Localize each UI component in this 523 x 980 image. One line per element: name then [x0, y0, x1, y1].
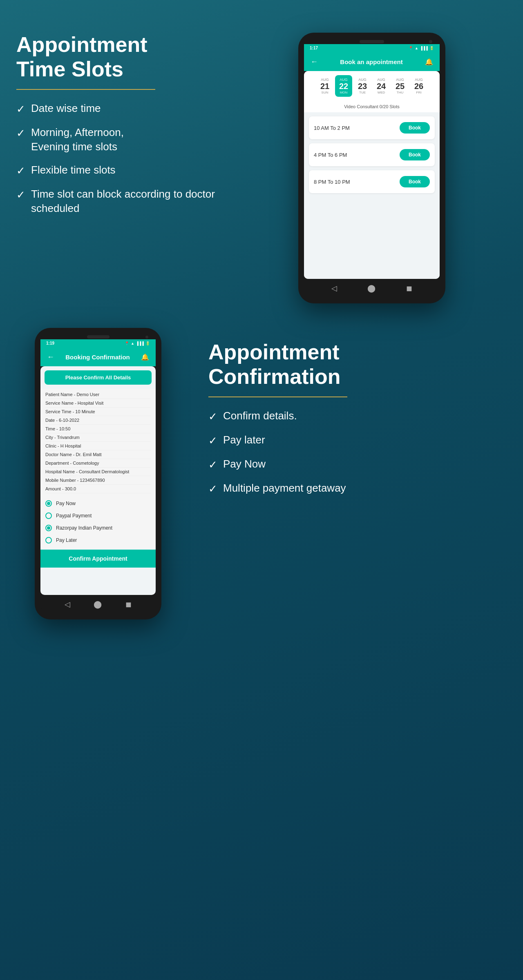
cal-day-thu[interactable]: AUG 25 THU [391, 75, 409, 97]
bottom-feature-item-2: ✓ Pay later [208, 433, 507, 448]
app-header-2: ← Booking Confirmation 🔔 [40, 348, 156, 366]
feature-text-2: Morning, Afternoon,Evening time slots [31, 125, 124, 154]
app-header-1: ← Book an appointment 🔔 [304, 53, 440, 71]
bottom-section: 1:19 📍 ▲ ▐▐▐ 🔋 ← Booking Confirmation 🔔 … [0, 303, 523, 644]
nav-back-icon-2[interactable]: ◁ [65, 600, 70, 609]
signal-icon: ▐▐▐ [420, 46, 428, 50]
detail-patient: Patient Name - Demo User [45, 390, 151, 399]
nav-back-icon[interactable]: ◁ [331, 284, 337, 293]
header-title-1: Book an appointment [318, 58, 425, 65]
nav-recent-icon[interactable]: ◼ [406, 284, 412, 293]
detail-doctor: Doctor Name - Dr. Emil Matt [45, 450, 151, 459]
radio-pay-later[interactable] [45, 537, 52, 543]
time-slots-list: 10 AM To 2 PM Book 4 PM To 6 PM Book 8 P… [304, 112, 440, 197]
screen-empty-space [304, 197, 440, 279]
radio-pay-now[interactable] [45, 500, 52, 507]
book-button-1[interactable]: Book [400, 122, 430, 134]
feature-item-1: ✓ Date wise time [16, 101, 221, 116]
payment-option-1[interactable]: Pay Now [45, 497, 151, 510]
bottom-left-phone: 1:19 📍 ▲ ▐▐▐ 🔋 ← Booking Confirmation 🔔 … [16, 328, 180, 619]
signal-icon-2: ▐▐▐ [136, 341, 144, 345]
status-bar-2: 1:19 📍 ▲ ▐▐▐ 🔋 [40, 339, 156, 348]
header-title-2: Booking Confirmation [54, 354, 141, 361]
check-icon-3: ✓ [16, 164, 25, 178]
detail-clinic: Clinic - H Hospital [45, 442, 151, 450]
pay-now-label: Pay Now [56, 501, 76, 506]
cal-day-tue[interactable]: AUG 23 TUE [354, 75, 371, 97]
time-text-2: 4 PM To 6 PM [314, 152, 347, 158]
location-icon-2: 📍 [125, 341, 129, 345]
pay-later-label: Pay Later [56, 537, 77, 543]
top-left-text: AppointmentTime Slots ✓ Date wise time ✓… [16, 29, 221, 225]
bell-icon-1[interactable]: 🔔 [425, 58, 433, 66]
phone-mockup-2: 1:19 📍 ▲ ▐▐▐ 🔋 ← Booking Confirmation 🔔 … [35, 328, 161, 619]
top-right-phone: 1:17 📍 ▲ ▐▐▐ 🔋 ← Book an appointment 🔔 [237, 29, 507, 303]
radio-razorpay[interactable] [45, 525, 52, 531]
bottom-feature-text-1: Confirm details. [223, 409, 297, 423]
payment-options: Pay Now Paypal Payment Razorpay Indian P… [40, 495, 156, 549]
time-slot-row-2: 4 PM To 6 PM Book [309, 143, 435, 166]
detail-time: Time - 10:50 [45, 425, 151, 433]
bottom-feature-item-1: ✓ Confirm details. [208, 409, 507, 424]
slot-label: Video Consultant 0/20 Slots [304, 101, 440, 112]
bottom-right-text: AppointmentConfirmation ✓ Confirm detail… [196, 328, 507, 505]
radio-paypal[interactable] [45, 512, 52, 519]
status-bar-1: 1:17 📍 ▲ ▐▐▐ 🔋 [304, 44, 440, 53]
cal-day-fri[interactable]: AUG 26 FRI [410, 75, 427, 97]
top-title: AppointmentTime Slots [16, 33, 221, 82]
check-icon-2: ✓ [16, 126, 25, 140]
book-button-2[interactable]: Book [400, 149, 430, 160]
bottom-feature-text-3: Pay Now [223, 457, 266, 471]
bottom-feature-item-4: ✓ Multiple payment getaway [208, 481, 507, 496]
top-section: AppointmentTime Slots ✓ Date wise time ✓… [0, 0, 523, 303]
wifi-icon-2: ▲ [131, 341, 134, 345]
paypal-label: Paypal Payment [56, 513, 92, 519]
confirm-appointment-btn[interactable]: Confirm Appointment [40, 550, 156, 568]
feature-item-3: ✓ Flexible time slots [16, 163, 221, 178]
bell-icon-2[interactable]: 🔔 [141, 353, 149, 361]
bottom-feature-item-3: ✓ Pay Now [208, 457, 507, 472]
cal-day-wed[interactable]: AUG 24 WED [373, 75, 390, 97]
status-time-2: 1:19 [46, 341, 54, 345]
razorpay-label: Razorpay Indian Payment [56, 525, 112, 531]
payment-option-2[interactable]: Paypal Payment [45, 510, 151, 522]
phone-nav-2: ◁ ⬤ ◼ [40, 595, 156, 614]
check-icon-b1: ✓ [208, 410, 217, 424]
phone-nav-1: ◁ ⬤ ◼ [304, 279, 440, 298]
battery-icon-2: 🔋 [145, 341, 150, 345]
location-icon: 📍 [409, 46, 413, 50]
back-button-2[interactable]: ← [47, 353, 54, 361]
nav-recent-icon-2[interactable]: ◼ [125, 600, 132, 609]
check-icon-1: ✓ [16, 102, 25, 116]
detail-service-time: Service Time - 10 Minute [45, 408, 151, 416]
bottom-feature-list: ✓ Confirm details. ✓ Pay later ✓ Pay Now… [208, 409, 507, 496]
book-button-3[interactable]: Book [400, 176, 430, 187]
detail-hospital: Hospital Name - Consultant Dermatologist [45, 468, 151, 476]
feature-item-4: ✓ Time slot can block according to docto… [16, 187, 221, 216]
cal-day-mon[interactable]: AUG 22 MON [335, 75, 352, 97]
feature-text-4: Time slot can block according to doctor … [31, 187, 221, 216]
detail-city: City - Trivandrum [45, 433, 151, 442]
time-slot-row-1: 10 AM To 2 PM Book [309, 116, 435, 139]
time-text-1: 10 AM To 2 PM [314, 125, 350, 131]
nav-home-icon-2[interactable]: ⬤ [94, 600, 102, 609]
battery-icon: 🔋 [429, 46, 434, 50]
bottom-divider [208, 396, 347, 397]
detail-mobile: Mobile Number - 1234567890 [45, 476, 151, 485]
check-icon-b3: ✓ [208, 458, 217, 472]
phone-screen-2: Please Confirm All Details Patient Name … [40, 366, 156, 595]
top-feature-list: ✓ Date wise time ✓ Morning, Afternoon,Ev… [16, 101, 221, 216]
cal-day-sun[interactable]: AUG 21 SUN [316, 75, 333, 97]
payment-option-4[interactable]: Pay Later [45, 534, 151, 546]
payment-option-3[interactable]: Razorpay Indian Payment [45, 522, 151, 534]
status-icons-1: 📍 ▲ ▐▐▐ 🔋 [409, 46, 434, 50]
detail-department: Department - Cosmetology [45, 459, 151, 468]
bottom-title: AppointmentConfirmation [208, 340, 507, 389]
nav-home-icon[interactable]: ⬤ [367, 284, 375, 293]
feature-text-3: Flexible time slots [31, 163, 116, 177]
calendar-strip: AUG 21 SUN AUG 22 MON AUG 23 TUE [304, 71, 440, 101]
back-button-1[interactable]: ← [311, 58, 318, 66]
confirm-details-btn[interactable]: Please Confirm All Details [45, 370, 152, 385]
phone-screen-1: AUG 21 SUN AUG 22 MON AUG 23 TUE [304, 71, 440, 279]
feature-text-1: Date wise time [31, 101, 101, 116]
